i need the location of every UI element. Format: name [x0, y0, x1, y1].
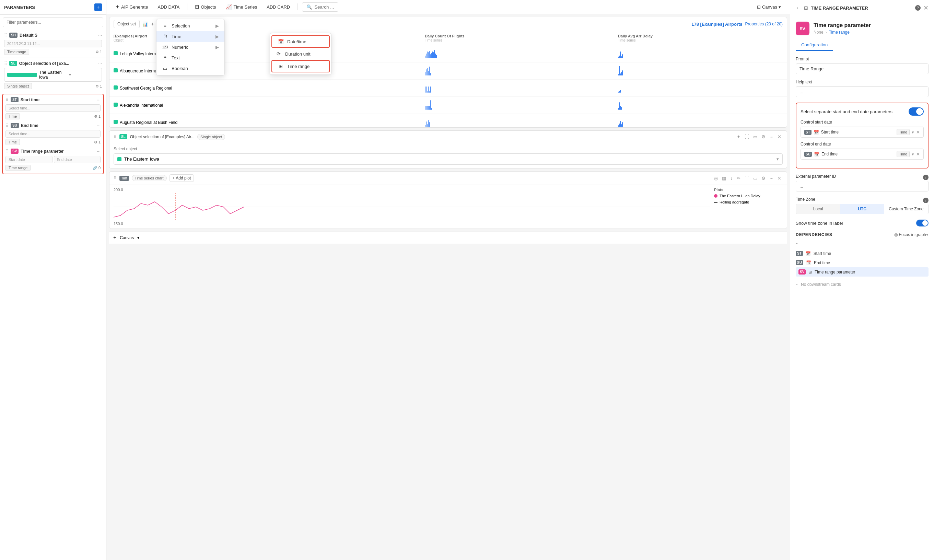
obj-sel-count: 1: [100, 84, 102, 88]
param-value-start[interactable]: Select time...: [6, 104, 100, 112]
sub-item-timerange[interactable]: ⊞ Time range: [271, 60, 330, 72]
drag-handle-obj[interactable]: ⠿: [114, 134, 117, 139]
dropdown-item-text[interactable]: ❝ Text: [157, 52, 225, 63]
param-default: ⠿ SH Default S ··· 2022/12/13 11:12... T…: [0, 30, 106, 58]
edit-btn[interactable]: ✏: [736, 175, 742, 182]
gear-btn[interactable]: ⚙: [760, 134, 767, 140]
dropdown-item-selection[interactable]: ≡ Selection ▶: [157, 21, 225, 31]
ts-y-label-150: 150.0: [114, 222, 710, 226]
search-button[interactable]: 🔍 Search ...: [302, 2, 339, 12]
col-header-delay: Daily Avg Arr Delay Time series: [614, 31, 787, 45]
focus-graph-button[interactable]: ◎ Focus in graph: [894, 232, 926, 237]
time-series-label: Time Series: [233, 5, 257, 9]
timezone-utc-button[interactable]: UTC: [840, 204, 884, 214]
drag-handle-3[interactable]: ⠿: [6, 97, 9, 102]
control-start-x[interactable]: ✕: [916, 130, 920, 135]
canvas-footer-plus[interactable]: +: [113, 235, 116, 241]
object-set-button[interactable]: Object set: [114, 20, 140, 28]
back-button[interactable]: ←: [796, 5, 801, 11]
param-more-tr[interactable]: ···: [97, 149, 100, 154]
sub-item-datetime[interactable]: 📅 Date/time: [271, 35, 330, 48]
dropdown-item-time[interactable]: ⏱ Time ▶: [157, 31, 225, 42]
param-more-start[interactable]: ···: [97, 97, 100, 102]
control-end-chevron[interactable]: ▾: [912, 152, 914, 157]
param-dropdown-eastern-iowa[interactable]: The Eastern Iowa ▾: [4, 68, 102, 82]
drag-handle-4[interactable]: ⠿: [6, 123, 9, 128]
drag-handle[interactable]: ⠿: [4, 33, 7, 38]
breadcrumb-arrow: ›: [826, 30, 827, 35]
timezone-local-button[interactable]: Local: [796, 204, 840, 214]
split-ts-btn[interactable]: ▭: [752, 175, 759, 182]
more-btn[interactable]: ···: [768, 134, 775, 140]
table-btn[interactable]: ▦: [720, 175, 728, 182]
airport-dot-icon: [7, 73, 37, 77]
time-range-start-input[interactable]: Start date: [6, 156, 52, 163]
add-parameter-button[interactable]: +: [94, 3, 102, 11]
timezone-info-icon[interactable]: i: [923, 198, 928, 203]
download-btn[interactable]: ↓: [729, 175, 734, 182]
param-bordered-section: ⠿ ST Start time ··· Select time... Time …: [2, 94, 104, 174]
left-header: PARAMETERS +: [0, 0, 106, 15]
canvas-footer: + Canvas ▾: [109, 232, 787, 244]
obj-widget-actions: ✦ ⛶ ▭ ⚙ ··· ✕: [736, 134, 783, 140]
close-ts-btn[interactable]: ✕: [776, 175, 783, 182]
timezone-custom-button[interactable]: Custom Time Zone: [884, 204, 928, 214]
add-card-button[interactable]: ADD CARD: [263, 3, 293, 11]
help-text-input[interactable]: [796, 86, 928, 97]
control-end-x[interactable]: ✕: [916, 152, 920, 157]
ts-chart-svg: [114, 193, 710, 221]
objects-button[interactable]: ⊞ Objects: [191, 2, 219, 12]
close-panel-button[interactable]: ✕: [923, 4, 928, 12]
param-more-end[interactable]: ···: [97, 123, 100, 128]
ext-param-info-icon[interactable]: i: [923, 175, 928, 180]
selected-object-text: The Eastern Iowa: [124, 157, 774, 162]
more-ts-btn[interactable]: ···: [768, 175, 775, 182]
sub-label-duration: Duration unit: [285, 51, 311, 57]
tab-configuration[interactable]: Configuration: [796, 40, 833, 51]
ext-param-input[interactable]: [796, 181, 928, 191]
canvas-button[interactable]: ⊡ Canvas ▾: [754, 3, 785, 11]
obj-select-area: Select object The Eastern Iowa ▾: [109, 143, 787, 168]
drag-handle-ts[interactable]: ⠿: [114, 176, 117, 180]
filter-parameters-input[interactable]: [3, 17, 103, 27]
drag-handle-2[interactable]: ⠿: [4, 61, 7, 66]
badge-sl: SL: [9, 61, 17, 66]
dep-badge-sv: SV: [799, 269, 806, 274]
aip-generate-button[interactable]: ✦ AIP Generate: [112, 2, 152, 12]
dep-down-button[interactable]: ↓: [796, 280, 798, 286]
toggle-row: Select separate start and end date param…: [800, 108, 924, 115]
drag-handle-5[interactable]: ⠿: [6, 149, 9, 154]
expand-ts-btn[interactable]: ⛶: [743, 175, 751, 182]
add-data-button[interactable]: ADD DATA: [154, 3, 183, 11]
search-label: Search ...: [314, 5, 334, 9]
dep-up-button[interactable]: ↑: [796, 241, 798, 247]
gear-ts-btn[interactable]: ⚙: [760, 175, 767, 182]
sub-item-duration[interactable]: ⟳ Duration unit: [270, 48, 331, 59]
dep-expand-icon[interactable]: ▾: [926, 232, 928, 237]
param-more-obj-sel[interactable]: ···: [98, 61, 102, 66]
obj-dot-icon: [117, 157, 122, 161]
time-series-button[interactable]: 📈 Time Series: [222, 2, 260, 12]
toggle-switch[interactable]: [909, 108, 924, 115]
dropdown-item-boolean[interactable]: ▭ Boolean: [157, 63, 225, 74]
dropdown-item-numeric[interactable]: 123 Numeric ▶: [157, 42, 225, 52]
canvas-footer-chevron[interactable]: ▾: [137, 235, 139, 240]
time-range-end-input[interactable]: End date: [54, 156, 101, 163]
param-value-end[interactable]: Select time...: [6, 130, 100, 138]
expand-btn[interactable]: ⛶: [743, 134, 751, 140]
param-value-default[interactable]: 2022/12/13 11:12...: [4, 40, 102, 47]
ts-widget-header: ⠿ Tim Time series chart + Add plot ◎ ▦ ↓…: [109, 172, 787, 185]
info-icon[interactable]: ?: [915, 5, 921, 11]
control-start-name: Start time: [821, 130, 894, 134]
prompt-input[interactable]: [796, 63, 928, 74]
control-start-chevron[interactable]: ▾: [912, 130, 914, 135]
close-obj-btn[interactable]: ✕: [776, 134, 783, 140]
object-select-dropdown[interactable]: The Eastern Iowa ▾: [114, 153, 783, 165]
add-plot-button[interactable]: + Add plot: [169, 174, 194, 182]
properties-link[interactable]: Properties (20 of 20): [745, 22, 783, 26]
show-tz-toggle[interactable]: [916, 220, 928, 226]
split-btn[interactable]: ▭: [752, 134, 759, 140]
param-more-default[interactable]: ···: [98, 32, 102, 38]
target-btn[interactable]: ◎: [713, 175, 719, 182]
sparkle-btn[interactable]: ✦: [736, 134, 742, 140]
